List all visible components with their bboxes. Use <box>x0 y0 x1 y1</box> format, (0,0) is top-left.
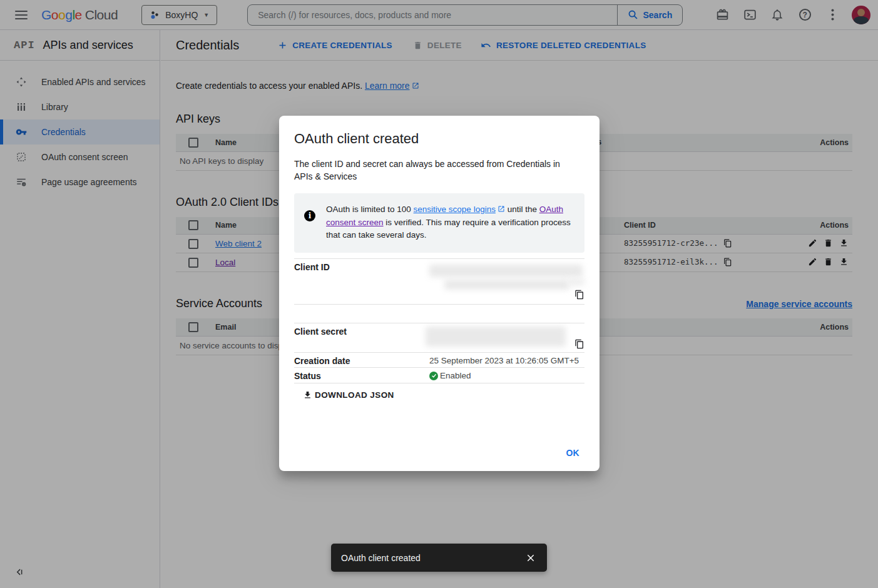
status-row: Status Enabled <box>294 367 584 383</box>
spacer-row <box>294 304 584 323</box>
creation-date-row: Creation date 25 September 2023 at 10:26… <box>294 352 584 367</box>
status-badge: Enabled <box>440 371 471 380</box>
download-json-label: DOWNLOAD JSON <box>315 390 394 400</box>
download-json-button[interactable]: DOWNLOAD JSON <box>303 390 394 400</box>
client-secret-label: Client secret <box>294 323 429 352</box>
dialog-title: OAuth client created <box>294 131 584 147</box>
client-secret-value-redacted <box>429 323 584 352</box>
client-secret-row: Client secret <box>294 323 584 352</box>
creation-date-label: Creation date <box>294 353 429 367</box>
client-id-label: Client ID <box>294 259 429 304</box>
client-id-row: Client ID <box>294 258 584 304</box>
copy-icon[interactable] <box>574 290 584 302</box>
notice-box: i OAuth is limited to 100 sensitive scop… <box>294 193 584 253</box>
check-circle-icon <box>429 372 438 380</box>
download-icon <box>303 390 312 400</box>
info-icon: i <box>304 210 315 221</box>
dialog-description: The client ID and secret can always be a… <box>294 158 569 183</box>
notice-text: OAuth is limited to 100 sensitive scope … <box>326 203 573 241</box>
creation-date-value: 25 September 2023 at 10:26:05 GMT+5 <box>429 353 584 367</box>
copy-icon[interactable] <box>574 339 584 351</box>
oauth-client-created-dialog: OAuth client created The client ID and s… <box>279 116 600 471</box>
toast-message: OAuth client created <box>341 553 526 563</box>
sensitive-scope-logins-link[interactable]: sensitive scope logins <box>414 205 496 214</box>
status-label: Status <box>294 368 429 383</box>
client-details: Client ID Client secret Creation date 25… <box>294 258 584 383</box>
notice-segment: OAuth is limited to 100 <box>326 205 414 214</box>
toast: OAuth client created <box>331 544 547 572</box>
close-icon[interactable] <box>526 553 536 563</box>
ok-button[interactable]: OK <box>561 444 584 462</box>
external-link-icon <box>498 204 505 216</box>
client-id-value-redacted <box>429 259 584 304</box>
notice-segment: until the <box>505 205 539 214</box>
